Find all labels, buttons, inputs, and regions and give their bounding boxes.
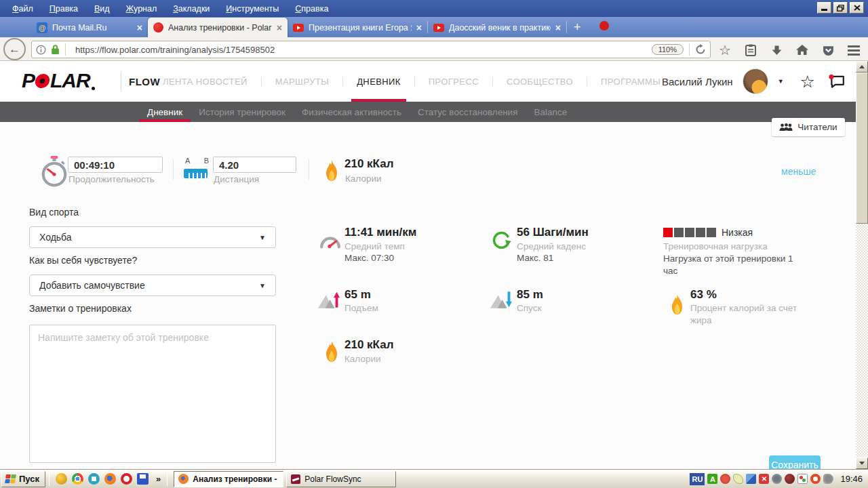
notifications-icon[interactable] bbox=[829, 75, 845, 89]
nav-feed[interactable]: ЛЕНТА НОВОСТЕЙ bbox=[149, 61, 261, 102]
url-bar[interactable]: https://flow.polar.com/training/analysis… bbox=[31, 41, 711, 58]
ql-amigo-icon[interactable] bbox=[56, 473, 67, 485]
subnav-recovery-status[interactable]: Статус восстановления bbox=[410, 102, 526, 122]
main-nav: ЛЕНТА НОВОСТЕЙ МАРШРУТЫ ДНЕВНИК ПРОГРЕСС… bbox=[149, 61, 674, 102]
duration-input[interactable] bbox=[68, 157, 163, 173]
tab-separator bbox=[566, 21, 567, 33]
nav-diary[interactable]: ДНЕВНИК bbox=[343, 61, 414, 102]
window-controls bbox=[817, 2, 864, 14]
tab-title: Даосский веник в практике... bbox=[449, 23, 551, 33]
task-button-flowsync[interactable]: Polar FlowSync bbox=[286, 471, 396, 487]
pocket-icon[interactable] bbox=[815, 45, 841, 56]
descent-value: 85 m bbox=[517, 288, 543, 302]
menu-help[interactable]: Справка bbox=[295, 4, 328, 14]
tab-close-icon[interactable]: × bbox=[416, 22, 422, 33]
notes-textarea[interactable] bbox=[29, 325, 276, 463]
tray-icon-note[interactable] bbox=[733, 474, 743, 484]
tab-close-icon[interactable]: × bbox=[277, 22, 282, 33]
home-icon[interactable] bbox=[789, 45, 815, 56]
subnav-training-history[interactable]: История тренировок bbox=[191, 102, 294, 122]
tray-icon-green-a[interactable]: A bbox=[707, 474, 717, 484]
tab-mailru[interactable]: @ Почта Mail.Ru × bbox=[31, 18, 148, 37]
tray-icon-target[interactable] bbox=[810, 474, 821, 484]
arrow-down-icon bbox=[859, 462, 865, 465]
tray-icon-shield[interactable]: ✕ bbox=[759, 474, 769, 484]
calories-flame-icon bbox=[323, 160, 340, 182]
ql-firefox-icon[interactable] bbox=[104, 473, 116, 485]
less-link[interactable]: меньше bbox=[781, 166, 816, 177]
save-button[interactable]: Сохранить bbox=[769, 455, 821, 469]
tray-icon-webcam[interactable] bbox=[772, 474, 782, 484]
tray-icon-darkred[interactable] bbox=[785, 474, 795, 484]
back-button[interactable]: ← bbox=[3, 38, 26, 60]
pace-value: 11:41 мин/км bbox=[344, 226, 416, 239]
windows-logo-icon bbox=[5, 474, 16, 483]
feeling-select[interactable]: Добавить самочувствие ▼ bbox=[29, 274, 276, 296]
start-button[interactable]: Пуск bbox=[1, 471, 45, 487]
tray-icon-volume[interactable] bbox=[823, 474, 833, 484]
distance-input[interactable] bbox=[213, 157, 296, 173]
ascent-icon bbox=[318, 291, 340, 308]
tray-icon-network[interactable] bbox=[746, 474, 756, 484]
load-segment bbox=[674, 228, 684, 237]
minimize-button[interactable] bbox=[817, 2, 831, 14]
favorite-star-icon[interactable]: ☆ bbox=[800, 72, 815, 92]
tray-icon-red-burst[interactable] bbox=[720, 474, 730, 484]
nav-progress[interactable]: ПРОГРЕСС bbox=[415, 61, 492, 102]
tab-close-icon[interactable]: × bbox=[555, 22, 561, 33]
menu-view[interactable]: Вид bbox=[94, 4, 110, 14]
tab-youtube-venik[interactable]: Даосский веник в практике... × bbox=[428, 18, 566, 37]
downloads-icon[interactable] bbox=[764, 45, 789, 56]
menu-hamburger-icon[interactable] bbox=[841, 43, 867, 58]
task-button-firefox[interactable]: Анализ тренировки - ... bbox=[174, 471, 283, 487]
tab-youtube-presentation[interactable]: Презентация книги Егора Я... × bbox=[288, 18, 427, 37]
restore-button[interactable] bbox=[833, 2, 848, 14]
scroll-down-button[interactable] bbox=[856, 458, 868, 469]
tab-polar-analysis[interactable]: Анализ тренировки - Polar F... × bbox=[148, 18, 288, 37]
info-icon[interactable] bbox=[36, 45, 46, 55]
page-scrollbar[interactable] bbox=[856, 61, 868, 469]
menu-tools[interactable]: Инструменты bbox=[226, 4, 279, 14]
nav-community[interactable]: СООБЩЕСТВО bbox=[493, 61, 587, 102]
menu-history[interactable]: Журнал bbox=[126, 4, 157, 14]
ql-save-icon[interactable] bbox=[137, 473, 149, 485]
lock-icon[interactable] bbox=[51, 44, 60, 55]
url-text[interactable]: https://flow.polar.com/training/analysis… bbox=[75, 45, 652, 55]
calories-label: Калории bbox=[344, 353, 381, 365]
user-name[interactable]: Василий Лукин bbox=[662, 76, 733, 87]
sport-select[interactable]: Ходьба ▼ bbox=[29, 226, 276, 248]
subnav-balance[interactable]: Balance bbox=[526, 102, 575, 122]
subnav-physical-activity[interactable]: Физическая активность bbox=[294, 102, 410, 122]
ql-opera-icon[interactable] bbox=[121, 473, 132, 485]
user-caret-icon[interactable]: ▼ bbox=[778, 78, 784, 85]
bookmark-star-icon[interactable]: ☆ bbox=[712, 42, 738, 58]
quick-launch-overflow[interactable]: » bbox=[156, 474, 161, 484]
reload-icon[interactable] bbox=[695, 44, 706, 55]
diary-subnav: Дневник История тренировок Физическая ак… bbox=[0, 102, 856, 122]
new-tab-button[interactable]: + bbox=[574, 20, 581, 35]
polar-logo[interactable]: PLAR bbox=[22, 69, 95, 92]
ql-chrome-icon[interactable] bbox=[72, 473, 83, 485]
menu-bookmarks[interactable]: Закладки bbox=[173, 4, 210, 14]
nav-programs[interactable]: ПРОГРАММЫ bbox=[587, 61, 674, 102]
avatar[interactable] bbox=[743, 68, 768, 94]
menu-edit[interactable]: Правка bbox=[50, 4, 78, 14]
language-indicator[interactable]: RU bbox=[690, 473, 705, 485]
bookmarks-sidebar-icon[interactable] bbox=[738, 44, 764, 56]
tray-icon-mail[interactable] bbox=[797, 474, 808, 484]
ascent-value: 65 m bbox=[344, 288, 371, 302]
pace-gauge-icon bbox=[319, 235, 341, 249]
readers-button[interactable]: Читатели bbox=[772, 118, 845, 136]
subnav-diary[interactable]: Дневник bbox=[139, 102, 191, 122]
scrollbar-thumb[interactable] bbox=[856, 73, 868, 224]
load-label: Тренировочная нагрузка bbox=[663, 241, 768, 253]
close-button[interactable] bbox=[850, 2, 864, 14]
cadence-icon bbox=[492, 230, 511, 250]
menu-file[interactable]: Файл bbox=[12, 4, 33, 14]
tab-close-icon[interactable]: × bbox=[137, 22, 142, 33]
sport-select-value: Ходьба bbox=[39, 232, 72, 243]
ql-home-browser-icon[interactable] bbox=[88, 473, 100, 485]
zoom-level-badge[interactable]: 110% bbox=[652, 44, 684, 55]
nav-routes[interactable]: МАРШРУТЫ bbox=[262, 61, 342, 102]
scroll-up-button[interactable] bbox=[856, 61, 868, 73]
